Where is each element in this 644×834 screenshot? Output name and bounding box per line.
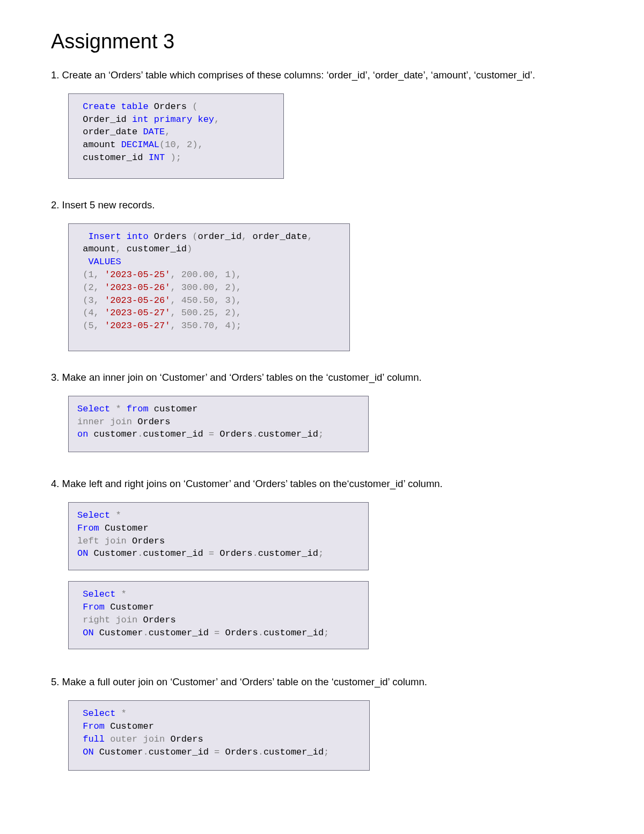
code-block-4b: Select * From Customer right join Orders…	[68, 581, 369, 649]
code-block-5: Select * From Customer full outer join O…	[68, 700, 370, 771]
code-block-1: Create table Orders ( Order_id int prima…	[68, 93, 284, 179]
question-1: 1. Create an ‘Orders’ table which compri…	[51, 68, 593, 83]
page-title: Assignment 3	[51, 30, 593, 53]
question-3: 3. Make an inner join on ‘Customer’ and …	[51, 371, 593, 385]
question-4: 4. Make left and right joins on ‘Custome…	[51, 477, 593, 491]
code-block-4a: Select * From Customer left join Orders …	[68, 502, 369, 570]
code-block-3: Select * from customer inner join Orders…	[68, 396, 369, 452]
code-block-2: Insert into Orders (order_id, order_date…	[68, 223, 350, 351]
question-5: 5. Make a full outer join on ‘Customer’ …	[51, 675, 593, 690]
question-2: 2. Insert 5 new records.	[51, 198, 593, 213]
